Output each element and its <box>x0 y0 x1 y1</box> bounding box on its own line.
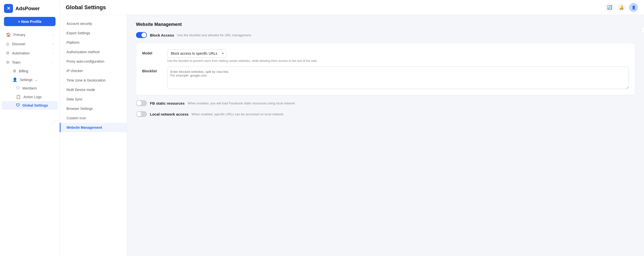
model-field-row: Model Block access to specific URLs Allo… <box>142 49 629 63</box>
fb-static-desc: When enabled, you will load Facebook sta… <box>188 101 295 105</box>
local-network-label: Local network access <box>150 112 188 116</box>
blocklist-label: Blocklist <box>142 67 162 73</box>
sidebar-subitem-action-logs[interactable]: 📋 Action Logs <box>2 93 58 101</box>
discover-icon: ◎ <box>6 41 10 46</box>
sidebar-subitem-label: Members <box>22 86 37 90</box>
model-select-wrapper: Block access to specific URLs Allow acce… <box>167 49 226 58</box>
sync-icon: 🔄 <box>607 5 612 10</box>
local-network-desc: When enabled, specific URLs can be acces… <box>192 112 284 116</box>
content-area: Account security Export Settings Platfor… <box>60 15 644 256</box>
block-access-card: Model Block access to specific URLs Allo… <box>136 43 635 95</box>
settings-nav-timezone[interactable]: Time zone & Geolocation <box>60 76 127 85</box>
logo-area: ✕ AdsPower <box>0 4 60 17</box>
sidebar-item-label: Automation <box>12 51 30 55</box>
notifications-button[interactable]: 🔔 <box>617 3 626 12</box>
page-title: Global Settings <box>66 4 106 11</box>
action-logs-icon: 📋 <box>16 95 21 99</box>
sidebar-item-label: Discover <box>12 42 26 46</box>
chevron-right-icon: › <box>52 42 54 45</box>
settings-nav-export-settings[interactable]: Export Settings <box>60 28 127 38</box>
model-field-desc: Use the blocklist to prevent users from … <box>167 59 318 63</box>
sidebar-item-label: Team <box>12 60 20 64</box>
settings-navigation: Account security Export Settings Platfor… <box>60 15 127 256</box>
settings-nav-custom-icon[interactable]: Custom Icon <box>60 113 127 123</box>
sidebar-subitem-global-settings[interactable]: 🛡 Global Settings <box>2 101 58 110</box>
sidebar-subitem-label: Action Logs <box>24 95 42 99</box>
global-settings-icon: 🛡 <box>16 103 20 108</box>
chevron-right-icon: › <box>52 52 54 55</box>
avatar-button[interactable]: 👤 <box>629 3 638 12</box>
block-access-desc: Use the blocklist and allowlist for URL … <box>177 33 252 37</box>
block-access-row: Block Access Use the blocklist and allow… <box>136 32 635 38</box>
settings-nav-proxy-auto[interactable]: Proxy auto-configuration <box>60 57 127 66</box>
settings-nav-platform[interactable]: Platform <box>60 38 127 47</box>
chevron-right-icon: › <box>52 33 54 36</box>
sidebar-subitem-billing[interactable]: 🖥 Billing <box>2 67 58 75</box>
members-icon: 🛡 <box>16 86 20 91</box>
team-icon: ⚙ <box>6 60 10 65</box>
settings-nav-browser-settings[interactable]: Browser Settings <box>60 104 127 113</box>
app-name: AdsPower <box>16 6 40 11</box>
settings-nav-authorization[interactable]: Authorization method <box>60 47 127 57</box>
header-actions: 🔄 🔔 👤 <box>605 3 638 12</box>
main-panel: Website Management Block Access Use the … <box>127 15 644 256</box>
sidebar-subitem-label: Billing <box>19 69 28 73</box>
sync-button[interactable]: 🔄 <box>605 3 614 12</box>
sidebar-item-automation[interactable]: ⚙ Automation › <box>2 48 58 58</box>
settings-nav-ip-checker[interactable]: IP checker <box>60 66 127 76</box>
chevron-down-icon: ⌵ <box>35 78 37 82</box>
settings-nav-account-security[interactable]: Account security <box>60 19 127 28</box>
automation-icon: ⚙ <box>6 51 10 55</box>
sidebar-item-label: Primary <box>14 33 26 37</box>
app-logo-icon: ✕ <box>4 4 13 13</box>
sidebar-item-discover[interactable]: ◎ Discover › <box>2 39 58 48</box>
sidebar-item-team[interactable]: ⚙ Team ⌵ <box>2 58 58 67</box>
sidebar-subitem-label: Global Settings <box>22 103 48 107</box>
block-access-label: Block Access <box>150 33 174 37</box>
fb-static-label: FB static resources <box>150 101 184 105</box>
new-profile-button[interactable]: + New Profile <box>4 17 56 26</box>
sidebar-subitem-label: Settings <box>20 78 32 82</box>
section-title: Website Management <box>136 22 635 27</box>
chevron-down-icon: ⌵ <box>52 61 54 64</box>
sidebar-item-primary[interactable]: 🏠 Primary › <box>2 30 58 39</box>
local-network-toggle[interactable] <box>136 111 147 117</box>
header: Global Settings 🔄 🔔 👤 <box>60 0 644 15</box>
home-icon: 🏠 <box>6 32 11 37</box>
local-network-row: Local network access When enabled, speci… <box>136 111 635 117</box>
settings-nav-multi-device[interactable]: Multi Device mode <box>60 85 127 95</box>
fb-static-toggle[interactable] <box>136 100 147 106</box>
settings-person-icon: 👤 <box>12 77 18 82</box>
blocklist-textarea[interactable] <box>167 67 629 89</box>
block-access-toggle[interactable] <box>136 32 147 38</box>
sidebar-subitem-members[interactable]: 🛡 Members <box>2 84 58 93</box>
model-select[interactable]: Block access to specific URLs Allow acce… <box>167 49 226 58</box>
sidebar: ✕ AdsPower + New Profile 🏠 Primary › ◎ D… <box>0 0 60 256</box>
model-label: Model <box>142 49 162 55</box>
settings-nav-data-sync[interactable]: Data Sync <box>60 95 127 104</box>
avatar-icon: 👤 <box>632 5 636 9</box>
bell-icon: 🔔 <box>619 5 624 10</box>
sidebar-subitem-settings[interactable]: 👤 Settings ⌵ <box>2 75 58 84</box>
fb-static-row: FB static resources When enabled, you wi… <box>136 100 635 106</box>
billing-icon: 🖥 <box>12 69 16 73</box>
blocklist-field-row: Blocklist <box>142 67 629 89</box>
main-content: Global Settings 🔄 🔔 👤 Account security E… <box>60 0 644 256</box>
settings-nav-website-management[interactable]: Website Management <box>60 123 127 132</box>
